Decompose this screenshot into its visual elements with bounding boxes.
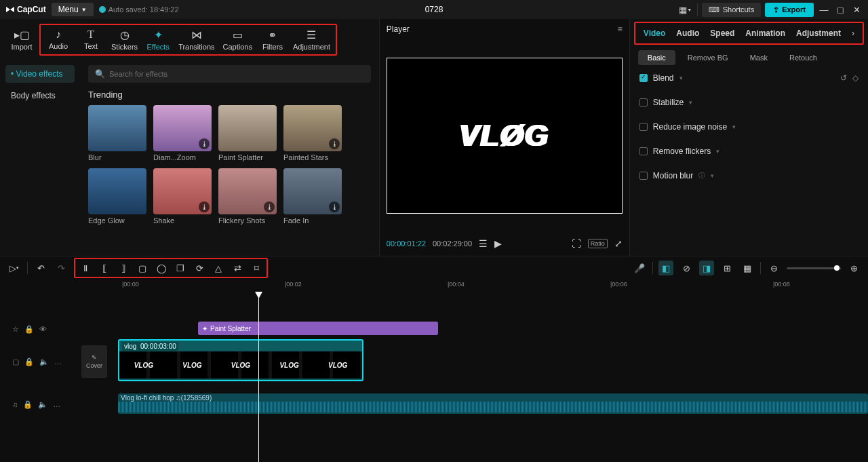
tab-animation[interactable]: Animation [745, 28, 785, 38]
delete-tool[interactable]: ▢ [135, 261, 150, 275]
link-tool[interactable]: ⊘ [679, 261, 694, 275]
maximize-button[interactable]: ◻ [834, 3, 846, 16]
list-icon[interactable]: ☰ [479, 238, 488, 249]
effect-thumb[interactable]: ⭳Shake [153, 168, 212, 225]
checkbox-remove-flickers[interactable] [639, 147, 648, 155]
row-remove-flickers[interactable]: Remove flickers▾ [639, 147, 859, 156]
zoom-in-button[interactable]: ⊕ [846, 261, 861, 275]
redo-button[interactable]: ↷ [54, 261, 68, 275]
search-input[interactable] [109, 70, 364, 78]
download-icon[interactable]: ⭳ [329, 201, 340, 212]
audio-clip[interactable]: Vlog lo-fi chill hop ♫(1258569) [118, 393, 868, 414]
trim-right-tool[interactable]: ⟧ [116, 261, 131, 275]
trim-left-tool[interactable]: ⟦ [97, 261, 112, 275]
checkbox-motion-blur[interactable] [639, 172, 648, 180]
fullscreen-icon[interactable]: ⤢ [614, 238, 623, 249]
mute-icon[interactable]: 🔈 [39, 358, 49, 366]
stickers-tool[interactable]: ◷Stickers [107, 26, 142, 54]
checkbox-blend[interactable] [639, 74, 648, 82]
download-icon[interactable]: ⭳ [199, 138, 210, 149]
video-track-icon[interactable]: ▢ [12, 358, 19, 366]
search-effects[interactable]: 🔍 [88, 65, 371, 83]
shield-tool[interactable]: ◯ [154, 261, 169, 275]
reverse-tool[interactable]: ⇄ [230, 261, 245, 275]
project-title[interactable]: 0728 [425, 5, 443, 14]
zoom-out-button[interactable]: ⊖ [766, 261, 781, 275]
play-button[interactable]: ▶ [494, 238, 502, 249]
checkbox-reduce-noise[interactable] [639, 123, 648, 131]
lock-icon[interactable]: 🔒 [24, 358, 34, 366]
timeline-ruler[interactable]: |00:00 |00:02 |00:04 |00:06 |00:08 [112, 280, 868, 292]
effect-thumb[interactable]: ⭳Diam...Zoom [153, 105, 212, 161]
reset-icon[interactable]: ↺ [840, 73, 847, 83]
tab-video[interactable]: Video [644, 28, 665, 38]
pointer-tool[interactable]: ▷▾ [7, 261, 22, 275]
shortcuts-button[interactable]: ⌨ Shortcuts [702, 3, 761, 17]
text-tool[interactable]: TText [75, 26, 107, 54]
undo-button[interactable]: ↶ [33, 261, 48, 275]
effect-thumb[interactable]: ⭳Flickery Shots [218, 168, 277, 225]
audio-track-icon[interactable]: ♫ [12, 400, 18, 408]
split-tool[interactable]: Ⅱ [78, 261, 93, 275]
download-icon[interactable]: ⭳ [199, 201, 210, 212]
row-blend[interactable]: Blend▾ ↺◇ [639, 73, 859, 83]
subnav-body-effects[interactable]: Body effects [5, 87, 75, 104]
tab-audio[interactable]: Audio [676, 28, 699, 38]
tab-speed[interactable]: Speed [710, 28, 734, 38]
snap-tool[interactable]: ◧ [658, 261, 673, 275]
mirror-tool[interactable]: △ [211, 261, 226, 275]
video-clip[interactable]: vlog 00:00:03:00 VLOGVLOGVLOGVLOGVLOG [118, 339, 363, 381]
rotate-tool[interactable]: ⟳ [192, 261, 207, 275]
checkbox-stabilize[interactable] [639, 98, 648, 107]
tabs-more-icon[interactable]: › [852, 28, 854, 38]
cover-button[interactable]: ✎ Cover [81, 345, 107, 378]
layers-tool[interactable]: ▦ [740, 261, 755, 275]
ratio-button[interactable]: Ratio [588, 239, 608, 248]
star-icon[interactable]: ☆ [12, 325, 19, 334]
layout-icon[interactable]: ▦▼ [678, 2, 693, 17]
mic-icon[interactable]: 🎤 [632, 261, 647, 275]
magnet-tool[interactable]: ◨ [699, 261, 714, 275]
keyframe-icon[interactable]: ◇ [852, 73, 859, 83]
effect-thumb[interactable]: ⭳Fade In [283, 168, 342, 225]
effects-tool[interactable]: ✦Effects [142, 26, 174, 54]
mute-icon[interactable]: 🔈 [38, 400, 47, 409]
captions-tool[interactable]: ▭Captions [219, 26, 256, 54]
lock-icon[interactable]: 🔒 [24, 325, 34, 334]
menu-button[interactable]: Menu▼ [52, 3, 94, 16]
effect-thumb[interactable]: Paint Splatter [218, 105, 277, 161]
zoom-slider[interactable] [787, 267, 841, 269]
download-icon[interactable]: ⭳ [264, 201, 275, 212]
filters-tool[interactable]: ⚭Filters [256, 26, 289, 54]
close-button[interactable]: ✕ [850, 3, 863, 16]
subtab-retouch[interactable]: Retouch [780, 50, 827, 65]
row-motion-blur[interactable]: Motion blur ⓘ ▾ [639, 171, 859, 180]
subtab-removebg[interactable]: Remove BG [678, 50, 738, 65]
row-reduce-noise[interactable]: Reduce image noise▾ [639, 122, 859, 132]
subtab-basic[interactable]: Basic [638, 50, 675, 65]
info-icon[interactable]: ⓘ [698, 171, 705, 180]
effect-clip[interactable]: ✦ Paint Splatter [198, 322, 438, 335]
transitions-tool[interactable]: ⋈Transitions [174, 26, 218, 54]
subtab-mask[interactable]: Mask [741, 50, 777, 65]
import-tool[interactable]: ▸▢ Import [5, 26, 38, 54]
playhead[interactable] [258, 292, 259, 462]
align-tool[interactable]: ⊞ [719, 261, 734, 275]
player-viewport[interactable]: VLØG [380, 39, 629, 231]
adjustment-tool[interactable]: ☰Adjustment [289, 26, 334, 54]
effect-thumb[interactable]: Edge Glow [88, 168, 146, 225]
effect-thumb[interactable]: Blur [88, 105, 146, 161]
export-button[interactable]: ⇪ Export [765, 3, 814, 17]
download-icon[interactable]: ⭳ [329, 138, 340, 149]
duplicate-tool[interactable]: ❐ [173, 261, 188, 275]
crop-tool[interactable]: ⌑ [249, 261, 264, 275]
timeline-body[interactable]: ☆ 🔒 👁 ✦ Paint Splatter ▢ 🔒 🔈 … ✎ C [0, 292, 868, 462]
scan-icon[interactable]: ⛶ [572, 238, 581, 249]
row-stabilize[interactable]: Stabilize▾ [639, 98, 859, 107]
player-menu-icon[interactable]: ≡ [618, 24, 623, 34]
lock-icon[interactable]: 🔒 [23, 400, 33, 409]
minimize-button[interactable]: — [818, 3, 830, 16]
effect-thumb[interactable]: ⭳Painted Stars [283, 105, 342, 161]
audio-tool[interactable]: ♪Audio [42, 26, 75, 54]
eye-icon[interactable]: 👁 [39, 325, 47, 333]
